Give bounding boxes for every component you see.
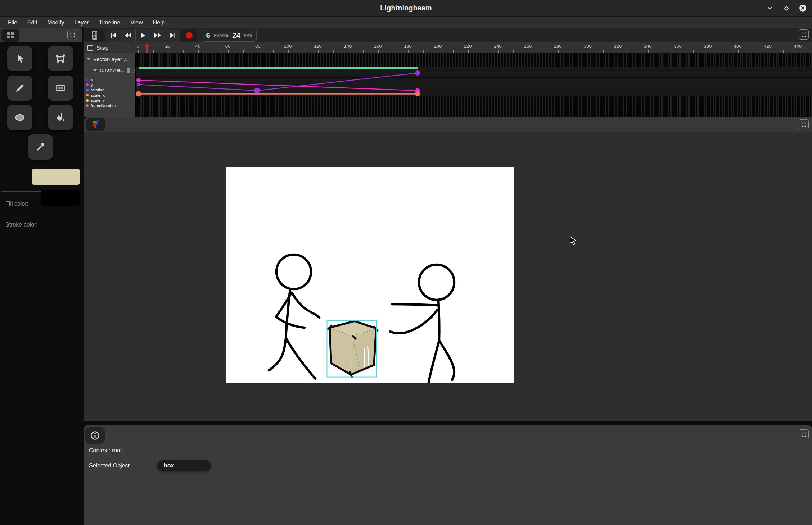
ruler-label-180: 180: [402, 44, 413, 49]
menu-bar: FileEditModifyLayerTimelineViewHelp: [0, 17, 812, 28]
timeline-expand-button[interactable]: [799, 29, 809, 40]
rectangle-tool-button[interactable]: [48, 76, 73, 101]
property-row-scale_x[interactable]: scale_x: [84, 93, 135, 98]
left-stick-figure[interactable]: [269, 255, 319, 379]
timeline-toolbar: 6 FRAME 24 FPS: [84, 28, 812, 42]
snap-checkbox[interactable]: [87, 45, 93, 51]
ruler-label-380: 380: [702, 44, 713, 49]
menu-item-help[interactable]: Help: [148, 19, 170, 26]
title-bar: Lightningbeam: [0, 0, 812, 17]
canvas-expand-button[interactable]: [799, 119, 809, 129]
record-button[interactable]: [181, 29, 197, 42]
fast-forward-icon: [154, 32, 161, 38]
property-color-dot: [86, 78, 89, 81]
play-button[interactable]: [135, 29, 150, 42]
tools-panel-header: [0, 28, 82, 42]
skip-start-button[interactable]: [106, 29, 121, 42]
info-button[interactable]: [85, 427, 105, 444]
property-row-rotation[interactable]: rotation: [84, 87, 135, 93]
fps-unit-label: FPS: [244, 33, 252, 37]
transform-icon: [55, 53, 66, 64]
property-name: scale_x: [91, 93, 105, 97]
layer-name: VectorLayer: [93, 56, 122, 62]
object-row[interactable]: 151ad70a... ~: [84, 65, 135, 75]
fill-color-label: Fill color:: [5, 201, 28, 207]
property-row-y[interactable]: y: [84, 82, 135, 88]
collapse-triangle-icon[interactable]: [87, 58, 90, 60]
box-object[interactable]: [327, 321, 378, 378]
menu-item-edit[interactable]: Edit: [22, 19, 42, 26]
collapse-triangle-icon[interactable]: [93, 69, 97, 72]
eyedropper-icon: [35, 142, 46, 152]
maximize-button[interactable]: [783, 5, 790, 12]
property-color-dot: [86, 99, 89, 102]
canvas-header: [84, 117, 812, 132]
select-tool-button[interactable]: [7, 46, 32, 71]
property-name: x: [91, 77, 93, 82]
canvas-area[interactable]: [84, 132, 812, 421]
property-color-dot: [86, 89, 89, 91]
ruler-scale: 0204060801001201401601802002202402602803…: [135, 42, 812, 53]
frame-value: 6: [206, 31, 210, 40]
ruler-label-220: 220: [463, 44, 473, 49]
object-id: 151ad70a...: [99, 68, 125, 73]
chevron-down-icon: [767, 5, 773, 12]
playback-controls: [106, 29, 180, 42]
pencil-tool-button[interactable]: [7, 76, 32, 101]
eyedropper-tool-button[interactable]: [28, 134, 53, 160]
layer-row-vectorlayer[interactable]: VectorLayer [L]: [84, 53, 135, 65]
property-name: frameNumber: [91, 104, 116, 108]
film-button[interactable]: [85, 29, 104, 42]
property-row-scale_y[interactable]: scale_y: [84, 98, 135, 103]
record-icon: [186, 32, 193, 39]
skip-end-icon: [170, 32, 176, 38]
keyframe-curves[interactable]: [136, 53, 812, 117]
property-name: scale_y: [91, 98, 105, 102]
transform-tool-button[interactable]: [48, 46, 73, 71]
paint-bucket-tool-button[interactable]: [48, 105, 73, 130]
minimize-button[interactable]: [766, 5, 773, 12]
right-stick-figure[interactable]: [390, 265, 454, 382]
property-row-frameNumber[interactable]: frameNumber: [84, 103, 135, 109]
rewind-button[interactable]: [121, 29, 135, 42]
property-list: xyrotationscale_xscale_yframeNumber: [84, 77, 135, 108]
object-curve-toggle[interactable]: ~: [132, 68, 135, 73]
layers-column: VectorLayer [L] 151ad70a... ~ xyrotation…: [84, 53, 135, 117]
inspector-expand-button[interactable]: [799, 429, 809, 439]
ruler-label-320: 320: [612, 44, 623, 49]
property-row-x[interactable]: x: [84, 77, 135, 82]
ellipse-tool-button[interactable]: [7, 105, 32, 130]
menu-item-file[interactable]: File: [3, 19, 22, 26]
panel-grid-button[interactable]: [1, 29, 19, 42]
menu-item-view[interactable]: View: [125, 19, 148, 26]
menu-item-timeline[interactable]: Timeline: [94, 19, 126, 26]
ruler-label-440: 440: [792, 44, 803, 49]
menu-item-modify[interactable]: Modify: [42, 19, 69, 26]
tools-expand-button[interactable]: [67, 30, 77, 40]
fill-color-swatch[interactable]: [32, 169, 80, 185]
menu-item-layer[interactable]: Layer: [69, 19, 94, 26]
expand-icon: [801, 32, 807, 37]
ruler-label-360: 360: [672, 44, 683, 49]
selected-object-label: Selected Object: [89, 462, 130, 469]
frames-area[interactable]: [135, 53, 812, 117]
context-text: Context: root: [89, 447, 122, 454]
fast-forward-button[interactable]: [150, 29, 165, 42]
frame-span-bar: [139, 67, 418, 69]
ruler-label-160: 160: [373, 44, 383, 49]
ruler-label-80: 80: [252, 44, 263, 49]
playhead[interactable]: [144, 43, 149, 53]
selected-object-field[interactable]: box: [157, 460, 211, 471]
skip-end-button[interactable]: [165, 29, 180, 42]
ruler-label-120: 120: [312, 44, 323, 49]
timeline-ruler[interactable]: Snap 02040608010012014016018020022024026…: [84, 42, 812, 53]
stroke-color-swatch[interactable]: [41, 190, 80, 206]
object-visibility-toggle[interactable]: [127, 68, 130, 73]
close-icon: [801, 6, 805, 10]
ruler-label-40: 40: [193, 44, 203, 49]
vector-mode-button[interactable]: [86, 118, 105, 131]
window-controls: [766, 0, 806, 16]
window-title: Lightningbeam: [0, 0, 812, 16]
close-button[interactable]: [799, 5, 806, 12]
stage[interactable]: [226, 167, 514, 383]
